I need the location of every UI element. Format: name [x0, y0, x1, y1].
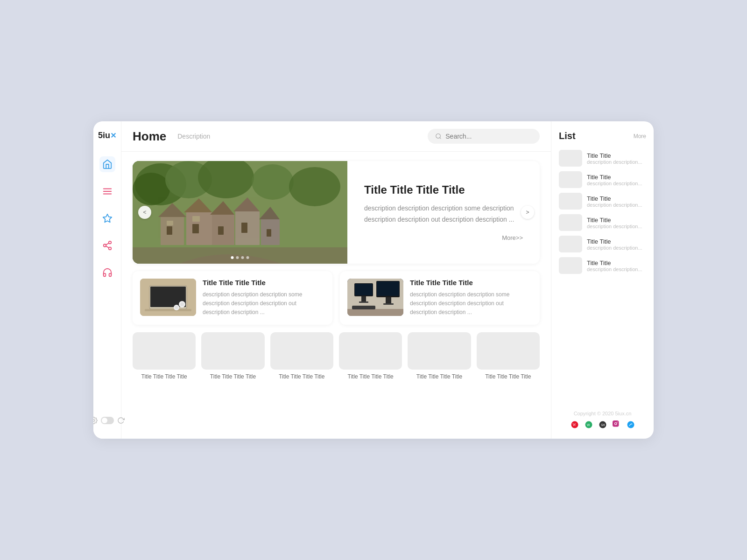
list-item-4[interactable]: Title Title description description... — [559, 214, 646, 231]
list-item-1-image — [559, 150, 582, 167]
search-icon — [435, 133, 442, 140]
svg-text:W: W — [572, 423, 576, 427]
hero-more-link[interactable]: More>> — [502, 234, 523, 241]
carousel-dot-4[interactable] — [247, 256, 249, 259]
list-item-3-title: Title Title — [587, 195, 646, 202]
svg-marker-3 — [103, 214, 111, 222]
content-area: < > Title Title Title Title description … — [121, 152, 551, 439]
grid-item-4-image — [339, 332, 402, 370]
panel-more-link[interactable]: More — [634, 133, 646, 140]
grid-item-4[interactable]: Title Title Title Title — [339, 332, 402, 380]
grid-item-6-label: Title Title Title Title — [477, 373, 540, 380]
hero-title: Title Title Title Title — [364, 183, 523, 196]
sidebar-nav — [99, 156, 115, 412]
svg-rect-55 — [352, 306, 375, 309]
wechat-icon[interactable]: W — [584, 420, 593, 429]
search-bar[interactable] — [428, 129, 540, 144]
list-item-3-content: Title Title description description... — [587, 195, 646, 208]
sidebar-item-star[interactable] — [99, 210, 115, 226]
grid-item-6-image — [477, 332, 540, 370]
grid-item-2[interactable]: Title Title Title Title — [201, 332, 264, 380]
list-item-2-content: Title Title description description... — [587, 174, 646, 186]
right-panel: List More Title Title description descri… — [551, 121, 654, 439]
refresh-icon[interactable] — [117, 416, 125, 425]
weibo-icon[interactable]: W — [570, 420, 579, 429]
sidebar-item-headphone[interactable] — [99, 265, 115, 280]
list-item-1-content: Title Title description description... — [587, 152, 646, 165]
instagram-icon[interactable] — [612, 420, 621, 429]
grid-item-1-image — [133, 332, 196, 370]
article-cards: Title Title Title Title description desc… — [133, 271, 540, 325]
list-item-4-content: Title Title description description... — [587, 217, 646, 229]
article-card-1[interactable]: Title Title Title Title description desc… — [133, 271, 332, 325]
list-item-3-image — [559, 193, 582, 210]
article-card-2-desc: description description description some… — [410, 290, 532, 317]
article-card-2-image — [347, 279, 403, 316]
list-item-6-title: Title Title — [587, 259, 646, 266]
carousel-dots — [231, 256, 249, 259]
hero-banner: < > Title Title Title Title description … — [133, 161, 540, 264]
sidebar-item-home[interactable] — [99, 156, 115, 172]
carousel-dot-1[interactable] — [231, 256, 234, 259]
grid-item-4-label: Title Title Title Title — [339, 373, 402, 380]
twitter-icon[interactable] — [626, 420, 635, 429]
article-card-1-content: Title Title Title Title description desc… — [203, 279, 325, 317]
grid-item-1[interactable]: Title Title Title Title — [133, 332, 196, 380]
svg-rect-49 — [361, 296, 366, 302]
page-title: Home — [133, 129, 166, 144]
svg-point-44 — [175, 306, 178, 309]
sidebar-item-menu[interactable] — [99, 183, 115, 199]
panel-title: List — [559, 131, 576, 141]
list-item-6-image — [559, 257, 582, 274]
svg-point-14 — [133, 173, 170, 205]
list-item-5[interactable]: Title Title description description... — [559, 236, 646, 252]
grid-item-5[interactable]: Title Title Title Title — [408, 332, 471, 380]
svg-rect-22 — [167, 226, 172, 235]
list-item-4-title: Title Title — [587, 217, 646, 224]
hero-content: Title Title Title Title description desc… — [347, 161, 540, 264]
logo-text: 5iu — [98, 131, 110, 140]
list-item-5-title: Title Title — [587, 238, 646, 245]
settings-icon[interactable] — [93, 416, 98, 425]
theme-toggle[interactable] — [101, 417, 114, 424]
list-item-2-image — [559, 171, 582, 188]
svg-rect-54 — [383, 303, 394, 305]
carousel-next-button[interactable]: > — [521, 206, 534, 219]
grid-item-3-label: Title Title Title Title — [270, 373, 333, 380]
github-icon[interactable]: GH — [598, 420, 607, 429]
list-item-3[interactable]: Title Title description description... — [559, 193, 646, 210]
svg-rect-33 — [241, 223, 247, 233]
list-item-6[interactable]: Title Title description description... — [559, 257, 646, 274]
carousel-prev-button[interactable]: < — [138, 206, 151, 219]
grid-item-6[interactable]: Title Title Title Title — [477, 332, 540, 380]
list-item-5-desc: description description... — [587, 245, 646, 251]
svg-rect-62 — [613, 420, 619, 427]
grid-item-3[interactable]: Title Title Title Title — [270, 332, 333, 380]
panel-footer: Copyright © 2020 5iux.cn W W — [559, 411, 646, 429]
list-item-2-title: Title Title — [587, 174, 646, 181]
svg-text:GH: GH — [601, 423, 605, 427]
svg-rect-48 — [355, 284, 373, 295]
page-description: Description — [177, 133, 210, 140]
grid-item-5-image — [408, 332, 471, 370]
list-item-2-desc: description description... — [587, 181, 646, 186]
carousel-dot-3[interactable] — [241, 256, 244, 259]
header: Home Description — [121, 121, 551, 152]
svg-line-11 — [440, 138, 441, 139]
list-item-5-image — [559, 236, 582, 252]
sidebar-item-share[interactable] — [99, 238, 115, 253]
list-item-1[interactable]: Title Title description description... — [559, 150, 646, 167]
svg-rect-26 — [192, 224, 199, 233]
article-card-2[interactable]: Title Title Title Title description desc… — [340, 271, 540, 325]
list-item-2[interactable]: Title Title description description... — [559, 171, 646, 188]
article-card-2-title: Title Title Title Title — [410, 279, 532, 287]
grid-item-2-image — [201, 332, 264, 370]
svg-line-8 — [106, 243, 108, 245]
hero-image — [133, 161, 347, 264]
svg-line-7 — [106, 246, 108, 248]
logo-icon: ✕ — [110, 131, 116, 140]
search-input[interactable] — [445, 133, 532, 140]
svg-rect-40 — [145, 309, 191, 311]
logo[interactable]: 5iu✕ — [98, 131, 116, 140]
carousel-dot-2[interactable] — [236, 256, 239, 259]
